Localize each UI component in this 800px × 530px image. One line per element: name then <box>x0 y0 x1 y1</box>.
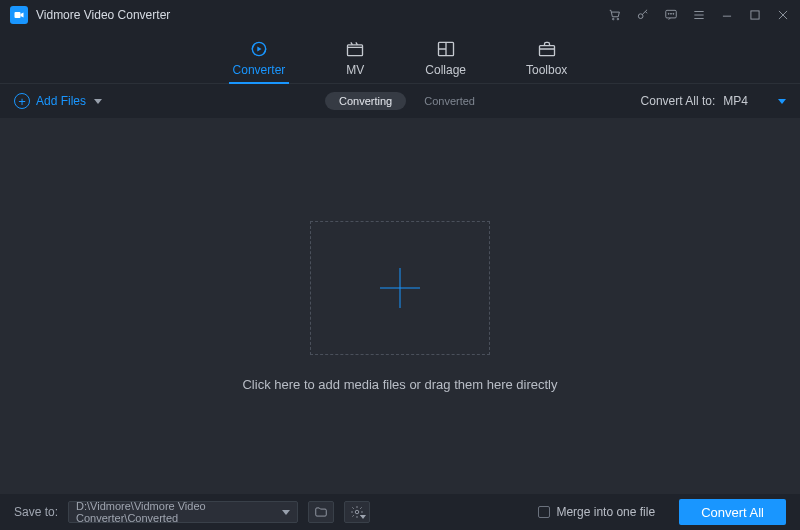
nav-label: Toolbox <box>526 63 567 77</box>
save-to-label: Save to: <box>14 505 58 519</box>
svg-rect-10 <box>348 45 363 56</box>
maximize-icon[interactable] <box>748 8 762 22</box>
convert-all-to-label: Convert All to: <box>641 94 716 108</box>
main-nav: Converter MV Collage Toolbox <box>0 30 800 84</box>
nav-label: Collage <box>425 63 466 77</box>
merge-label: Merge into one file <box>556 505 655 519</box>
tab-collage[interactable]: Collage <box>425 39 466 83</box>
add-files-label: Add Files <box>36 94 86 108</box>
svg-point-7 <box>673 13 674 14</box>
minimize-icon[interactable] <box>720 8 734 22</box>
tab-converting[interactable]: Converting <box>325 92 406 110</box>
convert-all-button[interactable]: Convert All <box>679 499 786 525</box>
tab-converter[interactable]: Converter <box>233 39 286 83</box>
output-format-select[interactable]: MP4 <box>723 92 786 110</box>
add-files-button[interactable]: Add Files <box>14 93 102 109</box>
save-path-select[interactable]: D:\Vidmore\Vidmore Video Converter\Conve… <box>68 501 298 523</box>
hamburger-menu-icon[interactable] <box>692 8 706 22</box>
plus-circle-icon <box>14 93 30 109</box>
mv-icon <box>345 39 365 59</box>
svg-point-6 <box>671 13 672 14</box>
svg-point-1 <box>612 18 614 20</box>
toolbox-icon <box>537 39 557 59</box>
chevron-down-icon <box>282 510 290 515</box>
tab-mv[interactable]: MV <box>345 39 365 83</box>
convert-all-to: Convert All to: MP4 <box>641 92 786 110</box>
close-icon[interactable] <box>776 8 790 22</box>
format-select-value: MP4 <box>723 94 748 108</box>
tab-toolbox[interactable]: Toolbox <box>526 39 567 83</box>
app-title: Vidmore Video Converter <box>36 8 170 22</box>
key-icon[interactable] <box>636 8 650 22</box>
settings-button[interactable] <box>344 501 370 523</box>
drop-zone[interactable] <box>310 221 490 355</box>
open-folder-button[interactable] <box>308 501 334 523</box>
nav-label: MV <box>346 63 364 77</box>
nav-label: Converter <box>233 63 286 77</box>
svg-rect-8 <box>751 11 759 19</box>
converter-icon <box>249 39 269 59</box>
cart-icon[interactable] <box>608 8 622 22</box>
svg-point-3 <box>638 14 643 19</box>
app-logo-icon <box>10 6 28 24</box>
plus-icon <box>380 268 420 308</box>
checkbox-icon <box>538 506 550 518</box>
drop-hint: Click here to add media files or drag th… <box>242 377 557 392</box>
chevron-down-icon <box>360 515 366 519</box>
svg-rect-12 <box>539 46 554 56</box>
stage: Click here to add media files or drag th… <box>0 118 800 494</box>
secondary-bar: Add Files Converting Converted Convert A… <box>0 84 800 118</box>
svg-point-5 <box>668 13 669 14</box>
chevron-down-icon <box>778 99 786 104</box>
save-path-value: D:\Vidmore\Vidmore Video Converter\Conve… <box>76 500 280 524</box>
bottom-bar: Save to: D:\Vidmore\Vidmore Video Conver… <box>0 494 800 530</box>
chevron-down-icon <box>94 99 102 104</box>
svg-point-13 <box>355 510 359 514</box>
svg-point-2 <box>617 18 619 20</box>
merge-into-one-file-checkbox[interactable]: Merge into one file <box>538 505 655 519</box>
svg-rect-0 <box>15 12 21 18</box>
feedback-icon[interactable] <box>664 8 678 22</box>
collage-icon <box>436 39 456 59</box>
titlebar: Vidmore Video Converter <box>0 0 800 30</box>
conversion-state-tabs: Converting Converted <box>325 92 475 110</box>
tab-converted[interactable]: Converted <box>424 95 475 107</box>
